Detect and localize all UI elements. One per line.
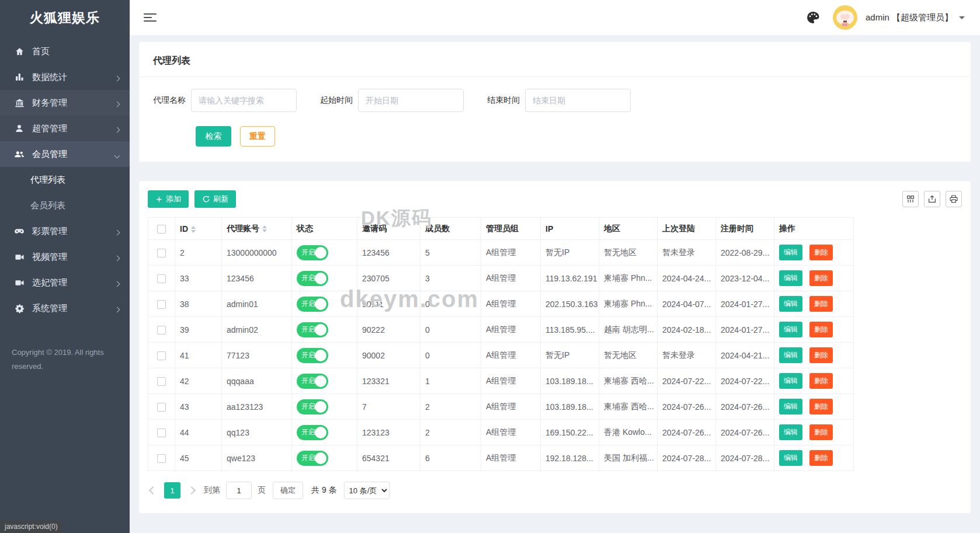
sidebar-item-concubine[interactable]: 选妃管理 [0, 270, 130, 295]
row-checkbox[interactable] [157, 403, 166, 412]
delete-button[interactable]: 删除 [809, 245, 833, 260]
delete-button[interactable]: 删除 [809, 270, 833, 286]
columns-toggle-button[interactable] [902, 191, 919, 207]
row-checkbox[interactable] [157, 249, 166, 257]
row-checkbox[interactable] [157, 377, 166, 386]
status-toggle[interactable]: 开启 [297, 322, 328, 337]
sidebar-item-system[interactable]: 系统管理 [0, 295, 130, 321]
col-header-id[interactable]: ID [175, 218, 222, 240]
row-checkbox[interactable] [157, 351, 166, 360]
cell-account: aa123123 [222, 394, 292, 420]
confirm-button[interactable]: 确定 [273, 482, 303, 499]
edit-button[interactable]: 编辑 [779, 296, 802, 312]
edit-button[interactable]: 编辑 [779, 424, 802, 440]
edit-button[interactable]: 编辑 [779, 270, 802, 286]
status-toggle[interactable]: 开启 [297, 297, 328, 312]
sidebar-item-video[interactable]: 视频管理 [0, 244, 130, 270]
table-body: 2 13000000000 开启 123456 5 [148, 240, 854, 471]
table-card: 添加 刷新 [139, 181, 971, 513]
cell-last-login: 2024-04-07... [658, 291, 716, 317]
cell-admin-group: A组管理 [481, 445, 541, 471]
toggle-knob [315, 375, 326, 387]
add-button[interactable]: 添加 [148, 190, 189, 208]
status-toggle[interactable]: 开启 [297, 271, 328, 286]
sidebar-item-member-list[interactable]: 会员列表 [0, 193, 130, 218]
delete-button[interactable]: 删除 [809, 322, 833, 337]
edit-button[interactable]: 编辑 [779, 322, 802, 337]
sidebar-item-finance[interactable]: 财务管理 [0, 90, 130, 116]
col-header-account[interactable]: 代理账号 [222, 218, 292, 240]
caret-down-icon[interactable] [959, 16, 965, 19]
row-checkbox[interactable] [157, 429, 166, 437]
status-toggle[interactable]: 开启 [297, 425, 328, 440]
filter-card: 代理列表 代理名称 起始时间 结束时间 [139, 42, 971, 162]
sidebar-item-statistics[interactable]: 数据统计 [0, 64, 130, 90]
delete-button[interactable]: 删除 [809, 296, 833, 312]
sidebar-item-home[interactable]: 首页 [0, 39, 130, 64]
select-all-checkbox[interactable] [157, 225, 166, 234]
table-tool-icons [897, 191, 962, 207]
edit-button[interactable]: 编辑 [779, 245, 802, 260]
search-button[interactable]: 检索 [196, 126, 231, 147]
edit-button[interactable]: 编辑 [779, 373, 802, 389]
status-toggle[interactable]: 开启 [297, 374, 328, 389]
cell-admin-group: A组管理 [481, 368, 541, 394]
sort-icon[interactable] [191, 226, 196, 233]
cell-id: 41 [175, 343, 222, 368]
edit-button[interactable]: 编辑 [779, 399, 802, 414]
delete-button[interactable]: 删除 [809, 373, 833, 389]
col-header-group: 管理员组 [481, 218, 541, 240]
cell-id: 44 [175, 420, 222, 445]
sidebar-item-superadmin[interactable]: 超管管理 [0, 116, 130, 141]
row-checkbox[interactable] [157, 454, 166, 463]
print-button[interactable] [946, 191, 962, 207]
menu-icon[interactable] [144, 11, 157, 23]
sidebar-item-agent-list[interactable]: 代理列表 [0, 167, 130, 193]
row-checkbox[interactable] [157, 300, 166, 309]
sidebar-item-label: 数据统计 [32, 72, 67, 83]
agent-name-input[interactable] [191, 89, 297, 112]
edit-button[interactable]: 编辑 [779, 450, 802, 466]
refresh-button[interactable]: 刷新 [194, 190, 236, 208]
palette-icon[interactable] [806, 11, 820, 25]
delete-button[interactable]: 删除 [809, 424, 833, 440]
status-toggle[interactable]: 开启 [297, 245, 328, 260]
end-date-input[interactable] [525, 89, 631, 112]
user-menu-label[interactable]: admin 【超级管理员】 [866, 12, 953, 23]
cell-invite-code: 123321 [357, 368, 421, 394]
status-bar-link-preview: javascript:void(0) [0, 521, 62, 533]
avatar[interactable] [833, 5, 857, 30]
row-checkbox[interactable] [157, 274, 166, 283]
delete-button[interactable]: 删除 [809, 347, 833, 363]
goto-page-input[interactable] [226, 482, 252, 499]
cell-ip: 192.18.128... [541, 445, 599, 471]
delete-button[interactable]: 删除 [809, 399, 833, 414]
reset-button[interactable]: 重置 [240, 126, 275, 147]
goto-label: 到第 [204, 485, 220, 496]
delete-button[interactable]: 删除 [809, 450, 833, 466]
row-checkbox[interactable] [157, 326, 166, 335]
page-size-select[interactable]: 10 条/页 [344, 482, 390, 499]
col-header-region: 地区 [599, 218, 658, 240]
status-toggle[interactable]: 开启 [297, 451, 328, 466]
cell-invite-code: 90002 [357, 343, 421, 368]
table-row: 41 77123 开启 90002 0 A组管 [148, 343, 854, 368]
status-toggle[interactable]: 开启 [297, 348, 328, 363]
start-date-input[interactable] [358, 89, 464, 112]
next-page-icon[interactable] [187, 486, 196, 494]
edit-button[interactable]: 编辑 [779, 347, 802, 363]
export-icon [927, 194, 937, 204]
table-header-row: ID 代理账号 状态 邀请码 成员数 管理员组 IP 地区 上次登陆 注册时间 … [148, 218, 854, 240]
col-header-regtime: 注册时间 [716, 218, 774, 240]
sidebar-item-lottery[interactable]: 彩票管理 [0, 218, 130, 244]
start-time-label: 起始时间 [320, 95, 353, 106]
page-number-button[interactable]: 1 [164, 482, 180, 499]
prev-page-icon[interactable] [149, 486, 157, 494]
cell-actions: 编辑 删除 [774, 368, 854, 394]
status-toggle[interactable]: 开启 [297, 399, 328, 414]
cell-member-count: 5 [421, 240, 481, 266]
sort-icon[interactable] [262, 225, 267, 232]
export-button[interactable] [924, 191, 940, 207]
sidebar-item-members[interactable]: 会员管理 [0, 141, 130, 167]
cell-status: 开启 [292, 420, 357, 445]
